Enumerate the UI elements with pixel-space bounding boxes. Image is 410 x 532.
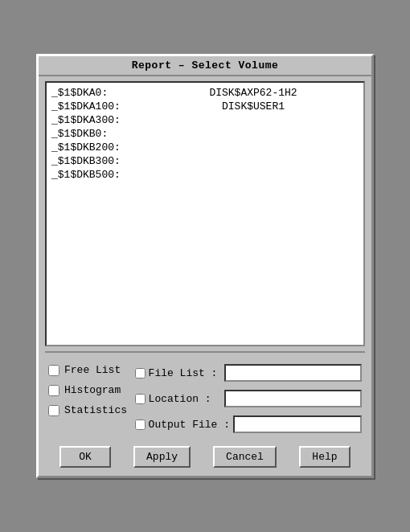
right-options: File List : Location : Output File : [135, 364, 362, 433]
list-item-value: DISK$AXP62-1H2 [148, 87, 359, 99]
output-file-row: Output File : [135, 415, 362, 433]
histogram-option: Histogram [48, 384, 135, 396]
list-item-name: _$1$DKB200: [51, 141, 148, 153]
histogram-checkbox[interactable] [48, 385, 59, 396]
list-item[interactable]: _$1$DKB200: [51, 141, 359, 154]
histogram-label[interactable]: Histogram [64, 384, 121, 396]
window-title: Report – Select Volume [132, 59, 279, 72]
list-item-name: _$1$DKB500: [51, 169, 148, 181]
location-row: Location : [135, 390, 362, 407]
button-bar: OK Apply Cancel Help [39, 440, 371, 476]
title-bar: Report – Select Volume [39, 56, 371, 76]
location-label[interactable]: Location : [149, 393, 221, 405]
output-file-checkbox[interactable] [135, 419, 146, 430]
statistics-checkbox[interactable] [48, 405, 59, 416]
file-list-label[interactable]: File List : [149, 367, 221, 379]
ok-button[interactable]: OK [59, 446, 111, 468]
list-item-name: _$1$DKB0: [51, 128, 148, 140]
volume-list[interactable]: _$1$DKA0:DISK$AXP62-1H2_$1$DKA100:DISK$U… [45, 81, 365, 346]
apply-button[interactable]: Apply [133, 446, 191, 468]
file-list-row: File List : [135, 364, 362, 382]
location-input[interactable] [224, 390, 362, 407]
list-item-name: _$1$DKB300: [51, 155, 148, 167]
output-file-label[interactable]: Output File : [149, 419, 230, 431]
list-item[interactable]: _$1$DKB500: [51, 168, 359, 182]
list-item-name: _$1$DKA300: [51, 114, 148, 126]
list-item-name: _$1$DKA100: [51, 100, 148, 113]
free-list-label[interactable]: Free List [64, 364, 121, 376]
location-checkbox[interactable] [135, 394, 146, 404]
output-file-input[interactable] [233, 415, 362, 433]
left-options: Free List Histogram Statistics [48, 364, 135, 433]
list-item[interactable]: _$1$DKA300: [51, 113, 359, 127]
list-item[interactable]: _$1$DKB0: [51, 127, 359, 141]
list-item[interactable]: _$1$DKA100:DISK$USER1 [51, 100, 359, 113]
divider [45, 351, 365, 353]
file-list-input[interactable] [224, 364, 362, 382]
free-list-checkbox[interactable] [48, 365, 59, 376]
file-list-checkbox[interactable] [135, 368, 146, 379]
dialog-window: Report – Select Volume _$1$DKA0:DISK$AXP… [36, 54, 374, 478]
statistics-option: Statistics [48, 404, 135, 416]
list-item[interactable]: _$1$DKB300: [51, 154, 359, 168]
cancel-button[interactable]: Cancel [213, 446, 277, 468]
options-area: Free List Histogram Statistics File List… [39, 356, 371, 440]
list-item-value: DISK$USER1 [148, 100, 359, 113]
list-item[interactable]: _$1$DKA0:DISK$AXP62-1H2 [51, 86, 359, 100]
statistics-label[interactable]: Statistics [64, 404, 127, 416]
free-list-option: Free List [48, 364, 135, 376]
list-item-name: _$1$DKA0: [51, 87, 148, 99]
help-button[interactable]: Help [299, 446, 351, 468]
